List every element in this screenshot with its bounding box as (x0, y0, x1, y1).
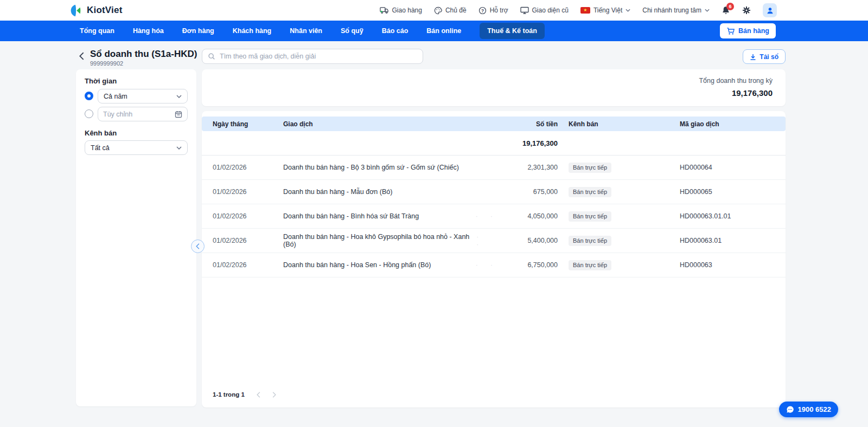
back-button[interactable] (79, 52, 84, 62)
row-code: HD000063.01.01 (680, 212, 775, 220)
menu-item-ho-tro[interactable]: ? Hỗ trợ (478, 7, 508, 15)
table-row[interactable]: 01/02/2026 Doanh thu bán hàng - Bộ 3 bìn… (202, 156, 786, 180)
sell-button[interactable]: Bán hàng (720, 23, 776, 38)
channel-badge: Bán trực tiếp (569, 163, 611, 173)
channel-badge: Bán trực tiếp (569, 211, 611, 222)
nav-tab-nhan-vien[interactable]: Nhân viên (290, 27, 322, 35)
svg-text:?: ? (481, 8, 484, 13)
table-row[interactable]: 01/02/2026 Doanh thu bán hàng - Mẫu đơn … (202, 180, 786, 204)
chevron-right-icon (272, 392, 276, 398)
channel-select[interactable]: Tất cả (85, 140, 188, 155)
chevron-down-icon (176, 95, 182, 98)
time-radio-full-year[interactable] (85, 92, 93, 100)
kiotviet-logo[interactable]: KiotViet (69, 0, 123, 21)
pagination-text: 1-1 trong 1 (213, 391, 245, 398)
table-total-amount: 19,176,300 (503, 139, 558, 147)
col-header-date: Ngày tháng (213, 120, 283, 128)
chevron-down-icon (626, 9, 630, 12)
branch-selector[interactable]: Chi nhánh trung tâm (642, 7, 710, 14)
sidebar-collapse-button[interactable] (191, 240, 205, 253)
search-box (202, 49, 423, 64)
nav-tab-bao-cao[interactable]: Báo cáo (382, 27, 409, 35)
filter-sidebar: Thời gian Cả năm Kênh bán Tất cả (76, 69, 196, 406)
download-label: Tải sổ (760, 53, 778, 61)
chevron-down-icon (705, 9, 710, 12)
channel-badge: Bán trực tiếp (569, 236, 611, 246)
menu-label: Hỗ trợ (490, 7, 508, 14)
chat-bubble-icon (786, 405, 794, 413)
ledger-table-card: Ngày tháng Giao dịch Số tiền Kênh bán Mã… (202, 111, 786, 407)
user-icon (766, 7, 774, 15)
row-description: Doanh thu bán hàng - Bộ 3 bình gốm sứ - … (283, 164, 459, 171)
sell-button-label: Bán hàng (738, 27, 769, 35)
row-dots: · · (476, 261, 498, 269)
nav-tab-ban-online[interactable]: Bán online (426, 27, 461, 35)
download-ledger-button[interactable]: Tải sổ (743, 49, 786, 64)
row-date: 01/02/2026 (213, 188, 283, 196)
gear-icon (742, 6, 751, 15)
page-code: 9999999902 (90, 60, 123, 67)
time-radio-custom[interactable] (85, 109, 93, 118)
row-code: HD000063.01 (680, 237, 775, 244)
row-date: 01/02/2026 (213, 164, 283, 171)
custom-date-input[interactable] (103, 111, 163, 118)
nav-tab-thue-ke-toan[interactable]: Thuế & Kế toán (480, 23, 545, 39)
user-avatar[interactable] (763, 3, 777, 17)
nav-tab-tong-quan[interactable]: Tổng quan (80, 27, 114, 35)
row-code: HD000065 (680, 188, 775, 196)
menu-label: Giao hàng (392, 7, 422, 14)
col-header-amount: Số tiền (503, 120, 558, 128)
search-input[interactable] (220, 53, 417, 60)
main-navbar: Tổng quan Hàng hóa Đơn hàng Khách hàng N… (0, 21, 868, 41)
support-hotline-button[interactable]: 1900 6522 (779, 402, 838, 417)
pagination-prev-button[interactable] (257, 392, 260, 398)
menu-item-giao-dien-cu[interactable]: Giao diện cũ (520, 7, 569, 14)
kiotviet-logo-icon (69, 4, 83, 17)
row-amount: 2,301,300 (503, 164, 558, 171)
menu-item-chu-de[interactable]: Chủ đề (434, 7, 467, 15)
total-revenue-label: Tổng doanh thu trong kỳ (699, 77, 773, 85)
cart-icon (726, 27, 735, 35)
chevron-down-icon (176, 146, 182, 150)
time-filter-label: Thời gian (85, 77, 117, 85)
page-title: Sổ doanh thu (S1a-HKD) (90, 49, 197, 60)
menu-label: Giao diện cũ (532, 7, 569, 14)
col-header-channel: Kênh bán (558, 120, 680, 128)
row-description: Doanh thu bán hàng - Mẫu đơn (Bó) (283, 188, 392, 196)
nav-tab-hang-hoa[interactable]: Hàng hóa (133, 27, 164, 35)
row-description: Doanh thu bán hàng - Bình hóa sứ Bát Trà… (283, 212, 419, 220)
channel-badge: Bán trực tiếp (569, 187, 611, 197)
table-row[interactable]: 01/02/2026 Doanh thu bán hàng - Hoa khô … (202, 229, 786, 253)
table-row[interactable]: 01/02/2026 Doanh thu bán hàng - Hoa Sen … (202, 253, 786, 277)
channel-badge: Bán trực tiếp (569, 260, 611, 270)
table-row[interactable]: 01/02/2026 Doanh thu bán hàng - Bình hóa… (202, 204, 786, 229)
col-header-transaction: Giao dịch (283, 120, 503, 128)
row-dots: · · (476, 233, 498, 248)
channel-filter-label: Kênh bán (85, 129, 117, 137)
language-selector[interactable]: ★ Tiếng Việt (580, 7, 630, 14)
row-code: HD000063 (680, 261, 775, 269)
notifications-button[interactable]: 6 (722, 6, 730, 15)
nav-tab-khach-hang[interactable]: Khách hàng (233, 27, 272, 35)
nav-tab-don-hang[interactable]: Đơn hàng (182, 27, 214, 35)
col-header-code: Mã giao dịch (680, 120, 775, 128)
download-icon (750, 54, 756, 60)
palette-icon (434, 7, 442, 15)
nav-tab-so-quy[interactable]: Sổ quỹ (341, 27, 363, 35)
vietnam-flag-icon: ★ (580, 7, 590, 14)
time-range-select[interactable]: Cả năm (98, 89, 188, 103)
row-date: 01/02/2026 (213, 212, 283, 220)
row-description: Doanh thu bán hàng - Hoa khô Gypsophila … (283, 233, 476, 248)
search-icon (208, 53, 215, 60)
chevron-left-icon (257, 392, 260, 398)
pagination: 1-1 trong 1 (213, 391, 276, 398)
table-total-row: 19,176,300 (202, 131, 786, 156)
topbar-menu: Giao hàng Chủ đề ? Hỗ trợ Giao diện cũ ★… (380, 0, 777, 21)
total-revenue-value: 19,176,300 (732, 88, 773, 98)
channel-value: Tất cả (91, 144, 110, 152)
pagination-next-button[interactable] (272, 392, 276, 398)
settings-button[interactable] (742, 6, 751, 15)
row-amount: 6,750,000 (503, 261, 558, 269)
row-code: HD000064 (680, 164, 775, 171)
menu-item-giao-hang[interactable]: Giao hàng (380, 7, 422, 14)
